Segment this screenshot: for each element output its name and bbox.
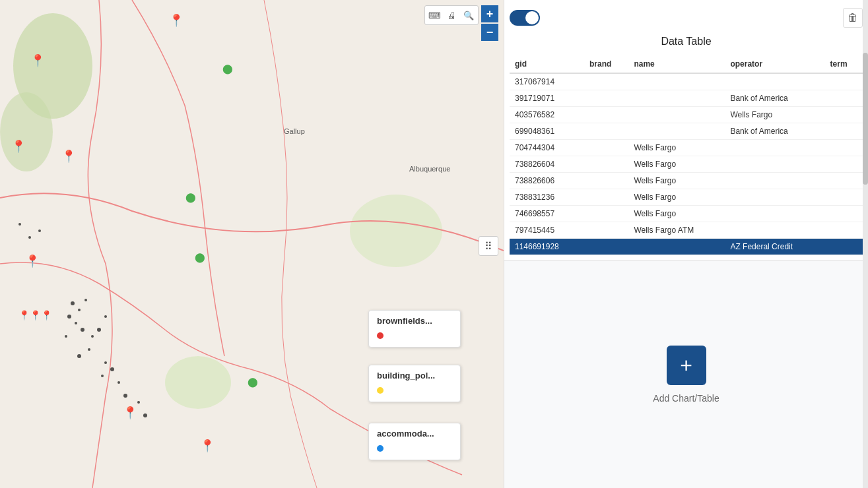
cell-term — [825, 156, 863, 173]
cell-brand — [584, 123, 628, 140]
svg-point-14 — [104, 315, 107, 318]
cell-gid: 1146691928 — [510, 239, 584, 255]
cell-name — [628, 73, 725, 90]
cell-term — [825, 239, 863, 255]
cell-gid: 738831236 — [510, 189, 584, 206]
cell-gid: 704744304 — [510, 140, 584, 156]
print-btn[interactable]: 🖨 — [444, 7, 459, 23]
svg-point-18 — [101, 375, 104, 377]
cell-gid: 797415445 — [510, 222, 584, 239]
add-chart-label: Add Chart/Table — [653, 393, 719, 404]
toggle-switch[interactable] — [510, 10, 540, 26]
table-row: 797415445Wells Fargo ATM — [510, 222, 863, 239]
cell-operator — [725, 73, 824, 90]
cell-brand — [584, 173, 628, 189]
plus-icon: + — [680, 353, 692, 378]
cell-term — [825, 189, 863, 206]
cell-name — [628, 107, 725, 123]
cell-operator — [725, 189, 824, 206]
scrollbar[interactable] — [863, 0, 868, 488]
svg-point-16 — [77, 354, 81, 358]
cell-name — [628, 123, 725, 140]
data-table: gid brand name operator term 31706791439… — [510, 55, 863, 255]
table-header-row: gid brand name operator term — [510, 55, 863, 73]
svg-point-12 — [91, 335, 94, 338]
map-marker-pink-1: 📍 — [169, 13, 184, 28]
cell-gid: 391719071 — [510, 90, 584, 107]
search-btn[interactable]: 🔍 — [461, 7, 477, 23]
zoom-controls: + − — [481, 5, 498, 41]
map-marker-cluster: 📍📍📍 — [18, 310, 52, 320]
cell-brand — [584, 239, 628, 255]
svg-point-13 — [97, 328, 101, 332]
cell-brand — [584, 90, 628, 107]
keyboard-btn[interactable]: ⌨ — [426, 7, 442, 23]
cell-gid: 403576582 — [510, 107, 584, 123]
map-marker-blue-2: 📍 — [11, 139, 26, 154]
col-header-operator: operator — [725, 55, 824, 73]
legend-dot-building — [377, 387, 384, 394]
legend-accommoda: accommoda... — [368, 423, 461, 460]
cell-term — [825, 173, 863, 189]
col-header-brand: brand — [584, 55, 628, 73]
data-table-header-row: 🗑 — [510, 8, 863, 28]
cell-brand — [584, 206, 628, 222]
table-row: 699048361Bank of America — [510, 123, 863, 140]
cell-term — [825, 90, 863, 107]
svg-point-10 — [81, 328, 84, 332]
zoom-out-btn[interactable]: − — [481, 24, 498, 41]
cell-name — [628, 90, 725, 107]
cell-name: Wells Fargo — [628, 156, 725, 173]
cell-gid: 738826604 — [510, 156, 584, 173]
map-marker-pink-2: 📍 — [61, 149, 76, 164]
legend-dot-brownfields — [377, 332, 384, 339]
city-label-gallup: Gallup — [284, 127, 305, 135]
col-header-gid: gid — [510, 55, 584, 73]
cell-operator: Bank of America — [725, 123, 824, 140]
svg-point-24 — [143, 413, 147, 417]
map-marker-green-4: ⬤ — [248, 377, 258, 387]
cell-term — [825, 73, 863, 90]
map-marker-green-1: ⬤ — [222, 63, 233, 74]
svg-point-4 — [350, 195, 442, 267]
table-row: 704744304Wells Fargo — [510, 140, 863, 156]
svg-point-25 — [18, 223, 21, 226]
svg-point-15 — [88, 348, 90, 351]
grid-btn[interactable]: ⠿ — [479, 236, 498, 256]
legend-dot-accommoda — [377, 445, 384, 452]
cell-operator: AZ Federal Credit — [725, 239, 824, 255]
zoom-in-btn[interactable]: + — [481, 5, 498, 22]
add-chart-button[interactable]: + — [667, 346, 706, 385]
cell-operator — [725, 140, 824, 156]
cell-brand — [584, 73, 628, 90]
svg-point-21 — [123, 394, 127, 398]
cell-gid: 317067914 — [510, 73, 584, 90]
table-row: 317067914 — [510, 73, 863, 90]
cell-term — [825, 123, 863, 140]
svg-point-17 — [104, 361, 107, 364]
cell-term — [825, 140, 863, 156]
map-toolbar: ⌨ 🖨 🔍 — [424, 5, 479, 25]
map-marker-pink-4: 📍 — [200, 439, 215, 453]
cell-gid: 699048361 — [510, 123, 584, 140]
map-container[interactable]: Gallup Albuquerque 📍 📍 📍 📍 📍📍📍 📍 📍 📍 ⬤ ⬤… — [0, 0, 504, 488]
svg-point-7 — [67, 315, 71, 319]
delete-button[interactable]: 🗑 — [843, 8, 863, 28]
cell-brand — [584, 189, 628, 206]
cell-name: Wells Fargo — [628, 206, 725, 222]
cell-operator — [725, 156, 824, 173]
svg-point-23 — [137, 401, 140, 404]
cell-term — [825, 222, 863, 239]
svg-point-19 — [110, 367, 114, 371]
svg-point-2 — [0, 92, 53, 171]
svg-point-20 — [117, 381, 120, 384]
svg-point-5 — [71, 301, 75, 305]
scrollbar-thumb[interactable] — [863, 53, 868, 185]
cell-brand — [584, 222, 628, 239]
table-row: 403576582Wells Fargo — [510, 107, 863, 123]
map-marker-blue-1: 📍 — [30, 53, 45, 68]
svg-point-3 — [165, 356, 231, 409]
cell-operator — [725, 173, 824, 189]
table-row: 391719071Bank of America — [510, 90, 863, 107]
cell-name: Wells Fargo — [628, 140, 725, 156]
